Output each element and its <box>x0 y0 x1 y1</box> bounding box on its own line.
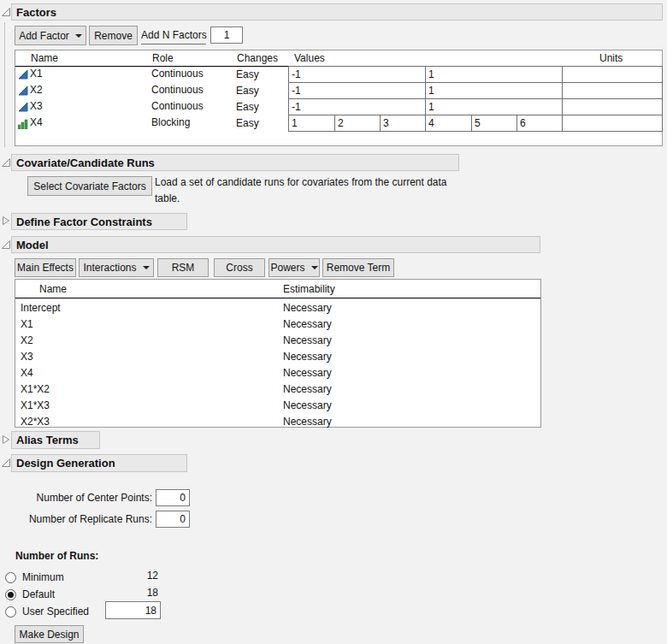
model-term-name[interactable]: X2*X3 <box>21 414 50 430</box>
disclosure-open-icon[interactable] <box>1 7 11 17</box>
factor-units-cell[interactable] <box>562 66 663 83</box>
header-underline <box>15 298 540 298</box>
model-term-name[interactable]: X1*X3 <box>21 398 50 414</box>
cross-button[interactable]: Cross <box>214 258 265 277</box>
alias-section-header[interactable]: Alias Terms <box>11 431 100 449</box>
factor-name[interactable]: X2 <box>30 82 43 98</box>
design-generation-section-header[interactable]: Design Generation <box>11 454 187 472</box>
model-term-name[interactable]: X3 <box>21 349 33 365</box>
make-design-button[interactable]: Make Design <box>15 625 84 643</box>
main-effects-label: Main Effects <box>17 262 74 274</box>
factor-units-cell[interactable] <box>562 82 663 99</box>
covariate-hint-text: Load a set of candidate runs for covaria… <box>155 174 464 207</box>
model-term-estimability[interactable]: Necessary <box>283 414 332 430</box>
center-points-label: Number of Center Points: <box>15 490 152 506</box>
model-term-estimability[interactable]: Necessary <box>283 349 332 365</box>
user-specified-radio[interactable] <box>5 606 16 617</box>
factor-changes[interactable]: Easy <box>236 115 259 132</box>
add-n-factors-input[interactable] <box>210 27 243 44</box>
alias-title: Alias Terms <box>16 434 79 446</box>
replicate-runs-label: Number of Replicate Runs: <box>15 511 152 528</box>
interactions-button[interactable]: Interactions <box>79 258 154 277</box>
factor-value-cell[interactable]: 6 <box>516 115 563 132</box>
model-term-name[interactable]: X1*X2 <box>21 381 50 398</box>
add-n-factors-label: Add N Factors <box>141 27 206 44</box>
factor-value-cell[interactable]: 1 <box>425 66 563 83</box>
minimum-runs-value: 12 <box>124 568 158 584</box>
model-term-name[interactable]: X2 <box>21 333 33 349</box>
factor-name[interactable]: X1 <box>30 66 43 82</box>
remove-term-button[interactable]: Remove Term <box>322 258 394 277</box>
model-term-name[interactable]: X4 <box>21 365 33 381</box>
model-title: Model <box>16 239 49 251</box>
factor-units-cell[interactable] <box>562 115 663 132</box>
user-specified-radio-label[interactable]: User Specified <box>22 604 89 620</box>
add-factor-label: Add Factor <box>19 30 69 42</box>
main-effects-button[interactable]: Main Effects <box>15 258 76 277</box>
model-term-name[interactable]: Intercept <box>21 300 61 316</box>
disclosure-open-icon[interactable] <box>1 458 11 468</box>
factor-value-cell[interactable]: 5 <box>471 115 517 132</box>
dropdown-arrow-icon <box>143 266 150 269</box>
disclosure-closed-icon[interactable] <box>1 216 11 226</box>
factor-value-cell[interactable]: 1 <box>425 82 563 99</box>
model-section-header[interactable]: Model <box>11 236 540 253</box>
constraints-title: Define Factor Constraints <box>16 216 152 228</box>
continuous-factor-icon <box>18 86 28 96</box>
model-term-estimability[interactable]: Necessary <box>283 300 332 316</box>
select-covariate-factors-button[interactable]: Select Covariate Factors <box>27 176 152 196</box>
factors-col-changes: Changes <box>237 50 278 67</box>
model-term-name[interactable]: X1 <box>21 316 33 333</box>
rsm-button[interactable]: RSM <box>157 258 209 277</box>
dropdown-arrow-icon <box>311 266 318 269</box>
powers-button[interactable]: Powers <box>269 258 320 277</box>
factor-value-cell[interactable]: 1 <box>288 115 335 132</box>
model-term-estimability[interactable]: Necessary <box>283 316 332 333</box>
factor-role[interactable]: Continuous <box>151 66 204 82</box>
factor-value-cell[interactable]: -1 <box>288 66 426 83</box>
factors-section-header[interactable]: Factors <box>11 3 663 21</box>
factors-col-units: Units <box>599 50 623 67</box>
disclosure-closed-icon[interactable] <box>1 434 11 445</box>
covariate-section-header[interactable]: Covariate/Candidate Runs <box>11 154 459 171</box>
factors-col-name: Name <box>31 50 58 67</box>
interactions-label: Interactions <box>83 262 136 274</box>
default-radio[interactable] <box>5 589 16 600</box>
factor-units-cell[interactable] <box>562 98 663 115</box>
model-term-estimability[interactable]: Necessary <box>283 365 332 381</box>
factor-name[interactable]: X3 <box>30 98 43 115</box>
factor-changes[interactable]: Easy <box>236 67 259 83</box>
center-points-input[interactable] <box>156 489 190 506</box>
factor-value-cell[interactable]: 2 <box>334 115 381 132</box>
continuous-factor-icon <box>18 102 28 112</box>
factor-value-cell[interactable]: -1 <box>288 98 426 115</box>
factor-role[interactable]: Continuous <box>151 82 204 98</box>
replicate-runs-input[interactable] <box>156 511 190 528</box>
user-specified-runs-input[interactable] <box>105 601 161 619</box>
disclosure-open-icon[interactable] <box>1 239 11 250</box>
factor-changes[interactable]: Easy <box>236 99 259 115</box>
minimum-radio-label[interactable]: Minimum <box>22 570 64 586</box>
model-term-estimability[interactable]: Necessary <box>283 381 332 398</box>
model-term-estimability[interactable]: Necessary <box>283 333 332 349</box>
factor-name[interactable]: X4 <box>30 115 43 131</box>
minimum-radio[interactable] <box>5 572 16 583</box>
factor-changes[interactable]: Easy <box>236 83 259 99</box>
model-term-estimability[interactable]: Necessary <box>283 398 332 414</box>
factor-role[interactable]: Blocking <box>151 115 190 131</box>
disclosure-open-icon[interactable] <box>1 157 11 168</box>
remove-factor-button[interactable]: Remove <box>89 26 138 45</box>
factors-col-role: Role <box>152 50 174 67</box>
factor-value-cell[interactable]: 3 <box>380 115 426 132</box>
factor-value-cell[interactable]: -1 <box>288 82 426 99</box>
default-runs-value: 18 <box>124 585 158 601</box>
blocking-factor-icon <box>18 119 28 129</box>
factor-value-cell[interactable]: 1 <box>425 98 563 115</box>
default-radio-label[interactable]: Default <box>22 587 55 603</box>
factor-role[interactable]: Continuous <box>151 98 204 115</box>
add-factor-button[interactable]: Add Factor <box>15 26 86 45</box>
factor-value-cell[interactable]: 4 <box>425 115 472 132</box>
constraints-section-header[interactable]: Define Factor Constraints <box>11 213 187 230</box>
model-table: Name Estimability Intercept Necessary X1… <box>15 279 541 428</box>
factors-title: Factors <box>16 6 56 19</box>
